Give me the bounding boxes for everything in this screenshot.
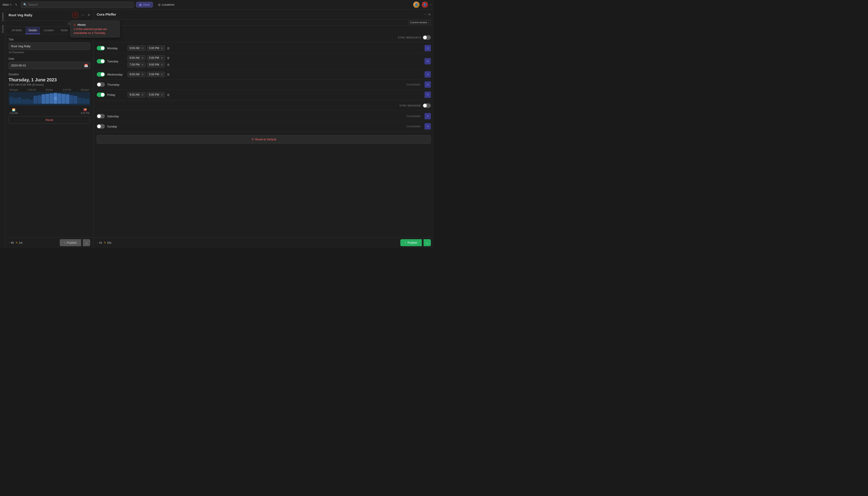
publish-dropdown-left[interactable]: ⌄ — [83, 239, 90, 246]
monday-start-1[interactable]: 9:00 AM✕ — [127, 45, 145, 51]
edit-val-right: 15s — [107, 241, 111, 244]
wednesday-end-1[interactable]: 5:00 PM✕ — [147, 72, 165, 77]
monday-toggle[interactable] — [97, 46, 105, 50]
reset-button[interactable]: Reset — [9, 116, 90, 124]
tuesday-start-1[interactable]: 9:00 AM✕ — [127, 55, 145, 61]
search-input[interactable] — [28, 3, 131, 6]
saturday-add-btn[interactable]: + — [425, 113, 431, 119]
friday-toggle[interactable] — [97, 92, 105, 97]
right-panel-dots[interactable]: ⋯ — [423, 12, 428, 17]
wednesday-trash-1[interactable]: 🗑 — [167, 72, 170, 77]
duration-group: Duration Thursday, 1 June 2023 9:00 AM-5… — [9, 73, 90, 124]
friday-end-1[interactable]: 5:00 PM✕ — [147, 92, 165, 97]
timeline-container[interactable]: ⋮ — [9, 92, 90, 106]
publish-button-right[interactable]: ↑ Publish — [400, 239, 422, 246]
tab-location[interactable]: Location — [41, 27, 57, 34]
monday-times: 9:00 AM✕ 5:00 PM✕ 🗑 — [127, 45, 422, 51]
warn-icon-btn[interactable]: ⓘ ⚠ Hosts 1 of the selected people are u… — [72, 12, 78, 18]
monday-trash-1[interactable]: 🗑 — [167, 46, 170, 50]
wednesday-add-btn[interactable]: + — [425, 71, 431, 78]
publish-up-icon-left: ↑ — [64, 241, 66, 244]
up-icon-left: ↑ — [9, 241, 10, 244]
tab-details[interactable]: Details — [26, 27, 40, 34]
friday-end-1-clear[interactable]: ✕ — [161, 93, 163, 96]
day-row-tuesday: Tuesday 9:00 AM✕ 5:00 PM✕ 🗑 7:00 PM✕ 9:0… — [97, 53, 431, 69]
sync-weekend-toggle[interactable] — [423, 103, 431, 108]
publish-button-left[interactable]: ↑ Publish — [60, 239, 81, 246]
publish-dropdown-right[interactable]: ⌄ — [424, 239, 431, 246]
tuesday-time-row-1: 9:00 AM✕ 5:00 PM✕ 🗑 — [127, 55, 422, 61]
tuesday-add-btn[interactable]: + — [425, 58, 431, 64]
tuesday-end-2-clear[interactable]: ✕ — [161, 63, 163, 66]
edit-icon[interactable]: ✎ — [14, 2, 18, 7]
reset-default-button[interactable]: ↺ Reset to Default — [97, 135, 431, 143]
saturday-name: Saturday — [107, 114, 125, 118]
edit-icon-left: ✎ — [16, 241, 18, 244]
wednesday-times: 9:00 AM✕ 5:00 PM✕ 🗑 — [127, 72, 422, 77]
main-label: Main — [3, 3, 9, 6]
tuesday-end-2[interactable]: 9:00 PM✕ — [147, 62, 165, 67]
edit-val-left: 1m — [19, 241, 22, 244]
friday-start-1-clear[interactable]: ✕ — [142, 93, 144, 96]
wednesday-name: Wednesday — [107, 73, 125, 76]
avatar-2[interactable]: 👤 — [422, 2, 428, 8]
monday-end-1[interactable]: 5:00 PM✕ — [147, 45, 165, 51]
wednesday-start-1[interactable]: 9:00 AM✕ — [127, 72, 145, 77]
right-panel-close[interactable]: ✕ — [428, 13, 431, 16]
desk-icon: ▦ — [139, 3, 142, 6]
left-panel-content: Title 14 Characters Date 📅 Duration — [5, 34, 93, 237]
left-panel-close[interactable]: ✕ — [88, 13, 90, 17]
tuesday-trash-2[interactable]: 🗑 — [167, 63, 170, 67]
tab-all-fields[interactable]: All fields — [9, 27, 25, 34]
sunday-unavailable: Unavailable — [127, 125, 422, 128]
tuesday-end-1-clear[interactable]: ✕ — [161, 57, 163, 60]
day-row-saturday: Saturday Unavailable + — [97, 111, 431, 121]
thursday-toggle[interactable] — [97, 82, 105, 87]
tuesday-start-1-clear[interactable]: ✕ — [142, 57, 144, 60]
wednesday-end-1-clear[interactable]: ✕ — [161, 73, 163, 76]
tl-midnight-end: Midnight — [81, 89, 89, 91]
left-panel-dots[interactable]: ⋯ — [80, 12, 86, 18]
up-icon-right: ↑ — [97, 241, 98, 244]
day-row-sunday: Sunday Unavailable + — [97, 121, 431, 131]
sync-weekdays-toggle[interactable] — [423, 35, 431, 40]
sunset-time: 8:25 PM — [81, 112, 89, 114]
title-input[interactable] — [9, 43, 90, 50]
calendar-icon[interactable]: 📅 — [84, 64, 88, 67]
avatar-1[interactable]: 👤 — [413, 2, 420, 8]
friday-add-btn[interactable]: + — [425, 92, 431, 98]
friday-start-1[interactable]: 9:00 AM✕ — [127, 92, 145, 97]
search-bar[interactable]: 🔍 — [21, 2, 134, 8]
sunday-toggle[interactable] — [97, 124, 105, 129]
date-input[interactable] — [9, 62, 90, 69]
sync-weekdays-row: SYNC WEEKDAYS — [97, 35, 431, 42]
thursday-add-btn[interactable]: + — [425, 81, 431, 88]
sidebar-label-content[interactable]: Content — [1, 12, 4, 22]
left-panel-title: Root Veg Rally — [9, 13, 70, 17]
tuesday-start-2[interactable]: 7:00 PM✕ — [127, 62, 145, 67]
tuesday-end-1[interactable]: 5:00 PM✕ — [147, 55, 165, 61]
sunrise-icon: 🌅 — [12, 108, 15, 111]
monday-start-1-clear[interactable]: ✕ — [142, 47, 144, 50]
wednesday-toggle[interactable] — [97, 72, 105, 77]
tab-hosts[interactable]: Hosts — [58, 27, 71, 34]
saturday-toggle[interactable] — [97, 114, 105, 119]
friday-trash-1[interactable]: 🗑 — [167, 93, 170, 97]
locations-nav-btn[interactable]: ◎ Locations — [155, 2, 177, 7]
sidebar-label-events[interactable]: Events — [1, 24, 4, 34]
right-version-select[interactable]: Current version ↑ — [408, 20, 431, 25]
up-val-left: 4h — [11, 241, 14, 244]
tuesday-start-2-clear[interactable]: ✕ — [142, 63, 144, 66]
char-count: 14 Characters — [9, 51, 90, 53]
tuesday-toggle[interactable] — [97, 59, 105, 63]
monday-end-1-clear[interactable]: ✕ — [161, 47, 163, 50]
sunday-add-btn[interactable]: + — [425, 123, 431, 129]
right-version-bar: Current version ↑ — [94, 19, 434, 26]
wednesday-start-1-clear[interactable]: ✕ — [142, 73, 144, 76]
monday-time-row-1: 9:00 AM✕ 5:00 PM✕ 🗑 — [127, 45, 422, 51]
monday-add-btn[interactable]: + — [425, 45, 431, 51]
desk-nav-btn[interactable]: ▦ Desk — [136, 2, 153, 7]
topbar-main[interactable]: Main ⇅ — [3, 3, 12, 6]
tuesday-trash-1[interactable]: 🗑 — [167, 56, 170, 60]
right-panel-footer: ↑ 1h ✎ 15s ↑ Publish ⌄ — [94, 237, 434, 248]
